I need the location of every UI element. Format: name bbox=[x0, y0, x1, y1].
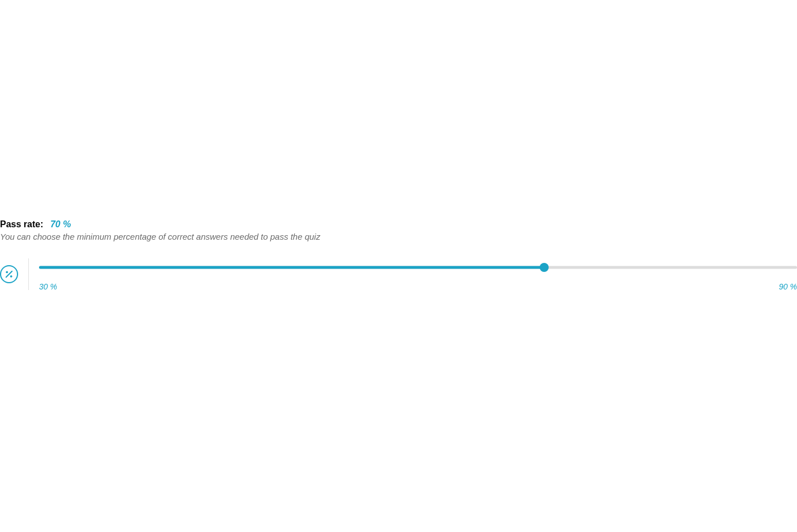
svg-point-1 bbox=[10, 275, 12, 278]
pass-rate-value: 70 % bbox=[50, 219, 71, 229]
slider-min-label: 30 % bbox=[39, 282, 57, 291]
slider-row: 30 % 90 % bbox=[0, 258, 797, 291]
pass-rate-title-row: Pass rate: 70 % bbox=[0, 219, 797, 230]
pass-rate-description: You can choose the minimum percentage of… bbox=[0, 232, 797, 241]
percent-icon bbox=[0, 265, 18, 283]
pass-rate-slider[interactable] bbox=[39, 263, 797, 272]
slider-track-fill bbox=[39, 266, 544, 269]
slider-area: 30 % 90 % bbox=[29, 258, 797, 291]
svg-point-0 bbox=[6, 271, 8, 273]
pass-rate-label: Pass rate: bbox=[0, 219, 44, 229]
slider-handle[interactable] bbox=[540, 263, 549, 272]
pass-rate-section: Pass rate: 70 % You can choose the minim… bbox=[0, 219, 797, 291]
icon-wrapper bbox=[0, 258, 29, 290]
slider-labels: 30 % 90 % bbox=[39, 282, 797, 291]
slider-max-label: 90 % bbox=[779, 282, 797, 291]
